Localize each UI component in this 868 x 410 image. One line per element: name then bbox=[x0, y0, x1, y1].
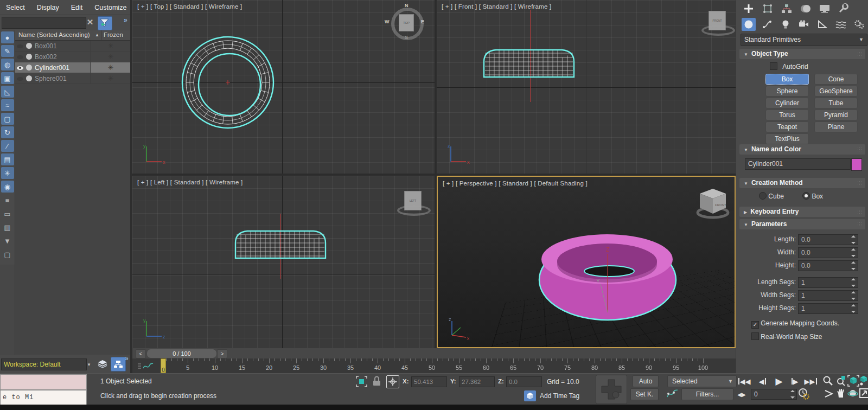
compass-south[interactable]: S bbox=[405, 35, 408, 40]
selection-sets-icon[interactable]: ≡ bbox=[1, 194, 14, 206]
viewcube-top-face[interactable]: TOP bbox=[399, 14, 414, 31]
node-dot-icon[interactable] bbox=[26, 54, 32, 60]
node-dot-icon[interactable] bbox=[26, 65, 32, 71]
time-slider[interactable]: 0 / 100 bbox=[146, 349, 217, 358]
scene-explorer-toggle-button[interactable] bbox=[111, 357, 126, 371]
spacewarps-subtab[interactable] bbox=[834, 18, 848, 31]
time-tag-cube-icon[interactable] bbox=[524, 390, 536, 401]
object-type-tube-button[interactable]: Tube bbox=[814, 98, 858, 108]
visibility-eye-icon[interactable] bbox=[15, 53, 25, 61]
go-to-start-button[interactable]: ◀◀ bbox=[737, 375, 752, 387]
object-type-header[interactable]: ▼Object Type bbox=[739, 49, 865, 59]
object-type-teapot-button[interactable]: Teapot bbox=[765, 121, 809, 132]
object-type-cone-button[interactable]: Cone bbox=[814, 74, 858, 85]
zoom-icon[interactable] bbox=[822, 375, 833, 386]
creation-method-box-radio[interactable]: Box bbox=[802, 193, 823, 200]
maximize-viewport-toggle-icon[interactable] bbox=[859, 388, 868, 398]
explorer-row-sphere001[interactable]: Sphere001✳ bbox=[15, 73, 131, 84]
frozen-icon[interactable]: ✳ bbox=[90, 52, 131, 62]
visibility-eye-icon[interactable] bbox=[15, 75, 25, 82]
next-frame-button[interactable]: ▶ bbox=[788, 375, 802, 387]
viewport-left[interactable]: [ + ] [ Left ] [ Standard ] [ Wireframe … bbox=[132, 176, 435, 348]
viewcube-top[interactable]: TOP N W E S bbox=[390, 7, 425, 41]
torus-front-wireframe[interactable] bbox=[482, 46, 576, 80]
object-type-cylinder-button[interactable]: Cylinder bbox=[765, 98, 809, 108]
node-dot-icon[interactable] bbox=[26, 75, 32, 81]
viewport-front-label[interactable]: [ + ] [ Front ] [ Standard ] [ Wireframe… bbox=[442, 3, 551, 10]
menu-select[interactable]: Select bbox=[0, 4, 31, 11]
z-coord-field[interactable]: 0.0 bbox=[506, 376, 542, 387]
clear-search-icon[interactable]: ✕ bbox=[86, 17, 94, 27]
explorer-header[interactable]: Name (Sorted Ascending) ▲ Frozen bbox=[15, 30, 131, 41]
display-geometry-icon[interactable]: ● bbox=[1, 31, 14, 43]
param-value-field[interactable]: 0.0 bbox=[798, 260, 858, 271]
display-groups-icon[interactable]: ▢ bbox=[1, 113, 14, 125]
overflow-chevron-icon[interactable]: » bbox=[124, 16, 127, 24]
y-coord-field[interactable]: 27.362 bbox=[459, 376, 495, 387]
search-input[interactable] bbox=[2, 17, 86, 29]
motion-tab[interactable] bbox=[799, 2, 813, 15]
torus-left-wireframe[interactable] bbox=[233, 227, 328, 261]
frozen-icon[interactable]: ✳ bbox=[90, 41, 131, 51]
compass-west[interactable]: W bbox=[385, 19, 390, 24]
keyboard-entry-header[interactable]: ▶Keyboard Entry bbox=[739, 207, 865, 217]
object-type-textplus-button[interactable]: TextPlus bbox=[765, 133, 809, 144]
explorer-row-box001[interactable]: Box001✳ bbox=[15, 41, 131, 52]
explorer-row-cylinder001[interactable]: Cylinder001✳ bbox=[15, 62, 131, 73]
go-to-end-button[interactable]: ▶▶ bbox=[803, 375, 818, 387]
display-xrefs-icon[interactable]: ↻ bbox=[1, 126, 14, 138]
key-filters-icon[interactable] bbox=[665, 388, 679, 399]
set-key-button[interactable]: Set K. bbox=[630, 388, 659, 400]
field-of-view-icon[interactable] bbox=[824, 389, 834, 399]
visibility-eye-icon[interactable] bbox=[15, 64, 25, 72]
zoom-extents-icon[interactable] bbox=[847, 375, 859, 387]
name-column-header[interactable]: Name (Sorted Ascending) bbox=[18, 31, 90, 38]
display-materials-icon[interactable]: ▭ bbox=[1, 208, 14, 220]
param-value-field[interactable]: 0.0 bbox=[798, 247, 858, 258]
display-spacewarps-icon[interactable]: ≈ bbox=[1, 99, 14, 111]
frozen-column-header[interactable]: Frozen bbox=[104, 31, 123, 38]
lights-subtab[interactable] bbox=[778, 18, 793, 31]
filter-button[interactable] bbox=[98, 16, 112, 30]
object-name[interactable]: Box002 bbox=[35, 53, 90, 61]
creation-method-header[interactable]: ▼Creation Method bbox=[739, 178, 865, 188]
absolute-mode-toggle-icon[interactable] bbox=[386, 375, 399, 388]
create-tab[interactable] bbox=[742, 2, 756, 15]
container-icon[interactable]: ▢ bbox=[1, 248, 14, 260]
prev-frame-arrow[interactable]: < bbox=[136, 349, 146, 358]
viewport-perspective[interactable]: [ + ] [ Perspective ] [ Standard ] [ Def… bbox=[437, 176, 736, 348]
frozen-icon[interactable]: ✳ bbox=[90, 73, 131, 84]
display-helpers-icon[interactable]: ◺ bbox=[1, 86, 14, 98]
compass-north[interactable]: N bbox=[405, 3, 409, 8]
object-name[interactable]: Cylinder001 bbox=[35, 64, 90, 72]
next-frame-arrow[interactable]: > bbox=[217, 349, 227, 358]
param-value-field[interactable]: 1 bbox=[798, 277, 858, 288]
compass-east[interactable]: E bbox=[421, 19, 424, 24]
shapes-subtab[interactable] bbox=[760, 18, 774, 31]
object-type-box-button[interactable]: Box bbox=[765, 74, 809, 85]
filters-button[interactable]: Filters... bbox=[681, 388, 733, 400]
viewport-top-label[interactable]: [ + ] [ Top ] [ Standard ] [ Wireframe ] bbox=[137, 3, 242, 10]
layers-button[interactable] bbox=[95, 357, 110, 370]
object-type-geosphere-button[interactable]: GeoSphere bbox=[814, 86, 858, 97]
torus-top-wireframe[interactable] bbox=[174, 28, 282, 137]
object-type-pyramid-button[interactable]: Pyramid bbox=[814, 110, 858, 120]
object-type-plane-button[interactable]: Plane bbox=[814, 121, 858, 132]
selection-lock-icon[interactable] bbox=[372, 376, 381, 387]
menu-edit[interactable]: Edit bbox=[65, 4, 89, 11]
workspace-dropdown-arrow[interactable]: ▾ bbox=[85, 358, 93, 370]
viewport-left-label[interactable]: [ + ] [ Left ] [ Standard ] [ Wireframe … bbox=[137, 179, 243, 185]
timeline-frame-cursor[interactable]: 0 bbox=[161, 358, 166, 373]
object-type-torus-button[interactable]: Torus bbox=[765, 110, 809, 120]
workspace-selector[interactable]: Workspace: Default bbox=[1, 358, 87, 370]
object-type-sphere-button[interactable]: Sphere bbox=[765, 86, 809, 97]
object-name-field[interactable]: Cylinder001 bbox=[745, 158, 851, 170]
viewport-front[interactable]: [ + ] [ Front ] [ Standard ] [ Wireframe… bbox=[437, 0, 736, 174]
explorer-row-box002[interactable]: Box002✳ bbox=[15, 52, 131, 62]
pan-hand-icon[interactable] bbox=[835, 388, 846, 399]
display-tab[interactable] bbox=[818, 2, 832, 15]
name-color-header[interactable]: ▼Name and Color bbox=[739, 144, 865, 155]
mini-curve-editor-icon[interactable] bbox=[137, 361, 156, 371]
display-frozen-icon[interactable]: ✳ bbox=[1, 167, 14, 179]
object-color-swatch[interactable] bbox=[851, 158, 862, 171]
